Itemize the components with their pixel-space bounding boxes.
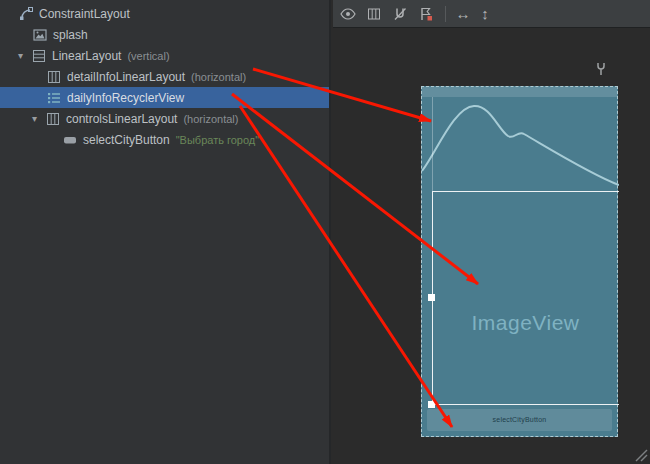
tree-item-suffix: (vertical) <box>127 50 169 62</box>
preview-imageview[interactable]: ImageView <box>432 311 619 335</box>
tree-item-controlslinearlayout[interactable]: ▾ controlsLinearLayout (horizontal) <box>0 108 329 129</box>
preview-status-band <box>422 87 617 97</box>
column-guides-icon[interactable] <box>363 3 385 25</box>
selection-handle[interactable] <box>428 294 435 301</box>
tree-item-constraintlayout[interactable]: ConstraintLayout <box>0 3 329 24</box>
design-canvas[interactable]: ImageView selectCityButton <box>333 29 650 464</box>
tree-item-linearlayout[interactable]: ▾ LinearLayout (vertical) <box>0 45 329 66</box>
toolbar-divider <box>445 6 446 22</box>
selection-handle[interactable] <box>428 401 435 408</box>
resize-grip[interactable] <box>632 446 648 462</box>
layout-bound-line <box>432 97 433 191</box>
layout-editor-window: ConstraintLayout splash ▾ LinearLayout (… <box>0 0 650 464</box>
tree-item-label: detailInfoLinearLayout <box>67 70 185 84</box>
vertical-expand-icon[interactable]: ↕ <box>474 5 496 22</box>
tree-item-label: LinearLayout <box>52 49 121 63</box>
tree-item-dailyinforecyclerview[interactable]: dailyInfoRecyclerView <box>0 87 329 108</box>
tree-item-label: controlsLinearLayout <box>66 112 177 126</box>
tree-item-splash[interactable]: splash <box>0 24 329 45</box>
tree-item-label: dailyInfoRecyclerView <box>67 91 184 105</box>
preview-recyclerview[interactable] <box>432 191 619 405</box>
component-tree: ConstraintLayout splash ▾ LinearLayout (… <box>0 3 329 150</box>
tree-item-label: splash <box>53 28 88 42</box>
autoconnect-off-icon[interactable] <box>389 3 411 25</box>
button-icon <box>62 132 78 148</box>
linear-layout-vertical-icon <box>31 48 47 64</box>
render-warnings-icon[interactable] <box>415 3 437 25</box>
design-toolbar: ↔ ↕ <box>333 0 650 28</box>
chevron-down-icon[interactable]: ▾ <box>18 45 31 66</box>
tree-item-selectcitybutton[interactable]: selectCityButton "Выбрать город" <box>0 129 329 150</box>
linear-layout-horizontal-icon <box>46 69 62 85</box>
tree-item-detailinfolinearlayout[interactable]: detailInfoLinearLayout (horizontal) <box>0 66 329 87</box>
device-preview[interactable]: ImageView selectCityButton <box>421 86 618 437</box>
image-icon <box>32 27 48 43</box>
constraint-layout-icon <box>18 6 34 22</box>
linear-layout-horizontal-icon <box>45 111 61 127</box>
design-surface-panel: ↔ ↕ ImageView selectCityButton <box>333 0 650 464</box>
component-tree-panel: ConstraintLayout splash ▾ LinearLayout (… <box>0 0 331 464</box>
tree-item-suffix: (horizontal) <box>183 113 238 125</box>
tree-item-label: selectCityButton <box>83 133 170 147</box>
chevron-down-icon[interactable]: ▾ <box>32 108 45 129</box>
preview-select-city-button[interactable]: selectCityButton <box>427 409 612 431</box>
tree-item-label: ConstraintLayout <box>39 7 130 21</box>
chart-curve <box>422 97 619 191</box>
wrench-icon[interactable] <box>595 62 607 76</box>
visibility-icon[interactable] <box>337 3 359 25</box>
preview-detail-info-section[interactable] <box>422 97 619 191</box>
horizontal-expand-icon[interactable]: ↔ <box>452 5 474 22</box>
tree-item-suffix: "Выбрать город" <box>176 134 259 146</box>
recycler-view-icon <box>46 90 62 106</box>
tree-item-suffix: (horizontal) <box>191 71 246 83</box>
